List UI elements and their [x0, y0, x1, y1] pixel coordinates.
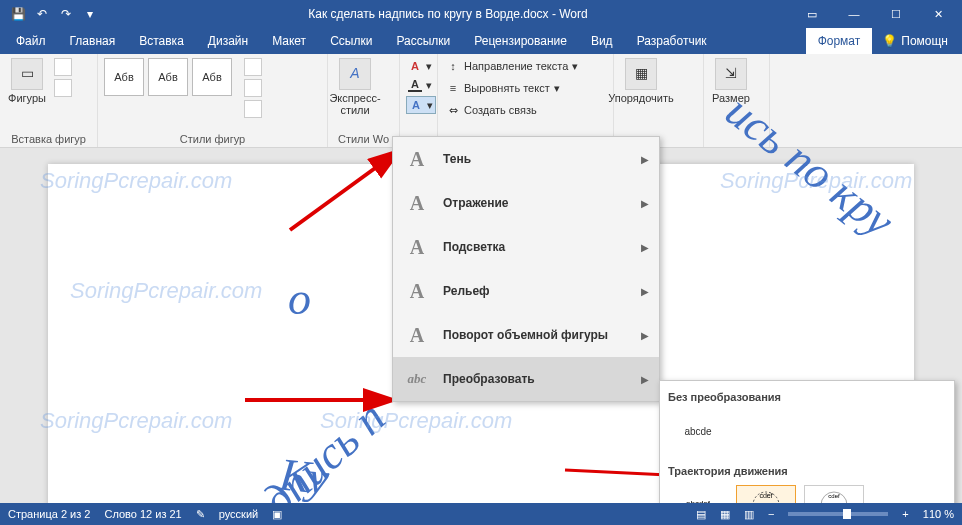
- transform-icon: abc: [403, 365, 431, 393]
- express-styles-button[interactable]: A Экспресс-стили: [334, 58, 376, 116]
- save-icon[interactable]: 💾: [10, 6, 26, 22]
- status-proofing-icon[interactable]: ✎: [196, 508, 205, 521]
- glow-icon: A: [403, 233, 431, 261]
- group-insert-shapes: Вставка фигур: [6, 131, 91, 145]
- tab-file[interactable]: Файл: [4, 28, 58, 54]
- svg-text:cdef: cdef: [828, 493, 840, 499]
- menu-reflection[interactable]: A Отражение ▶: [393, 181, 659, 225]
- minimize-button[interactable]: —: [834, 0, 874, 28]
- text-outline-button[interactable]: A▾: [406, 77, 436, 93]
- shapes-label: Фигуры: [8, 92, 46, 104]
- text-effects-button[interactable]: A▾: [406, 96, 436, 114]
- menu-bevel[interactable]: A Рельеф ▶: [393, 269, 659, 313]
- tab-mail[interactable]: Рассылки: [384, 28, 462, 54]
- shapes-button[interactable]: ▭ Фигуры: [6, 58, 48, 104]
- maximize-button[interactable]: ☐: [876, 0, 916, 28]
- zoom-out-button[interactable]: −: [768, 508, 774, 520]
- wordart-icon: A: [339, 58, 371, 90]
- transform-none[interactable]: abcde: [668, 411, 728, 451]
- close-button[interactable]: ✕: [918, 0, 958, 28]
- menu-transform[interactable]: abc Преобразовать ▶: [393, 357, 659, 401]
- window-title: Как сделать надпись по кругу в Ворде.doc…: [104, 7, 792, 21]
- tab-refs[interactable]: Ссылки: [318, 28, 384, 54]
- group-shape-styles: Стили фигур: [104, 131, 321, 145]
- zoom-level[interactable]: 110 %: [923, 508, 954, 520]
- shape-effects-icon[interactable]: [244, 100, 262, 118]
- tab-view[interactable]: Вид: [579, 28, 625, 54]
- zoom-slider[interactable]: [788, 512, 888, 516]
- shadow-icon: A: [403, 145, 431, 173]
- status-page[interactable]: Страница 2 из 2: [8, 508, 90, 520]
- tab-home[interactable]: Главная: [58, 28, 128, 54]
- chevron-right-icon: ▶: [641, 242, 649, 253]
- tab-review[interactable]: Рецензирование: [462, 28, 579, 54]
- status-language[interactable]: русский: [219, 508, 258, 520]
- create-link-button[interactable]: ⇔Создать связь: [444, 102, 580, 118]
- chevron-right-icon: ▶: [641, 154, 649, 165]
- menu-3d-rotation[interactable]: A Поворот объемной фигуры ▶: [393, 313, 659, 357]
- arrange-icon: ▦: [625, 58, 657, 90]
- chevron-right-icon: ▶: [641, 286, 649, 297]
- shape-style-1[interactable]: Абв: [104, 58, 144, 96]
- status-words[interactable]: Слово 12 из 21: [104, 508, 181, 520]
- shapes-icon: ▭: [11, 58, 43, 90]
- tab-dev[interactable]: Разработчик: [625, 28, 719, 54]
- tab-format[interactable]: Формат: [806, 28, 873, 54]
- undo-icon[interactable]: ↶: [34, 6, 50, 22]
- chevron-right-icon: ▶: [641, 374, 649, 385]
- shape-outline-icon[interactable]: [244, 79, 262, 97]
- view-read-icon[interactable]: ▤: [696, 508, 706, 521]
- submenu-none-header: Без преобразования: [666, 387, 948, 407]
- bevel-icon: A: [403, 277, 431, 305]
- svg-text:cdef: cdef: [759, 492, 772, 499]
- chevron-right-icon: ▶: [641, 330, 649, 341]
- express-label: Экспресс-стили: [329, 92, 380, 116]
- menu-shadow[interactable]: A Тень ▶: [393, 137, 659, 181]
- chevron-right-icon: ▶: [641, 198, 649, 209]
- tab-design[interactable]: Дизайн: [196, 28, 260, 54]
- status-macro-icon[interactable]: ▣: [272, 508, 282, 521]
- redo-icon[interactable]: ↷: [58, 6, 74, 22]
- text-fill-button[interactable]: A▾: [406, 58, 436, 74]
- textbox-icon[interactable]: [54, 58, 72, 76]
- tab-layout[interactable]: Макет: [260, 28, 318, 54]
- shape-style-2[interactable]: Абв: [148, 58, 188, 96]
- rotate3d-icon: A: [403, 321, 431, 349]
- arrange-label: Упорядочить: [608, 92, 673, 104]
- group-wordart-styles: Стили Wo: [334, 131, 393, 145]
- text-direction-button[interactable]: ↕Направление текста ▾: [444, 58, 580, 74]
- edit-shape-icon[interactable]: [54, 79, 72, 97]
- text-effects-menu: A Тень ▶ A Отражение ▶ A Подсветка ▶ A Р…: [392, 136, 660, 402]
- submenu-path-header: Траектория движения: [666, 461, 948, 481]
- view-web-icon[interactable]: ▥: [744, 508, 754, 521]
- menu-glow[interactable]: A Подсветка ▶: [393, 225, 659, 269]
- view-print-icon[interactable]: ▦: [720, 508, 730, 521]
- zoom-in-button[interactable]: +: [902, 508, 908, 520]
- tab-insert[interactable]: Вставка: [127, 28, 196, 54]
- shape-style-3[interactable]: Абв: [192, 58, 232, 96]
- align-text-button[interactable]: ≡Выровнять текст ▾: [444, 80, 580, 96]
- shape-fill-icon[interactable]: [244, 58, 262, 76]
- ribbon-options-icon[interactable]: ▭: [792, 0, 832, 28]
- arrange-button[interactable]: ▦ Упорядочить: [620, 58, 662, 104]
- qat-more-icon[interactable]: ▾: [82, 6, 98, 22]
- reflection-icon: A: [403, 189, 431, 217]
- tell-me[interactable]: 💡 Помощн: [872, 28, 958, 54]
